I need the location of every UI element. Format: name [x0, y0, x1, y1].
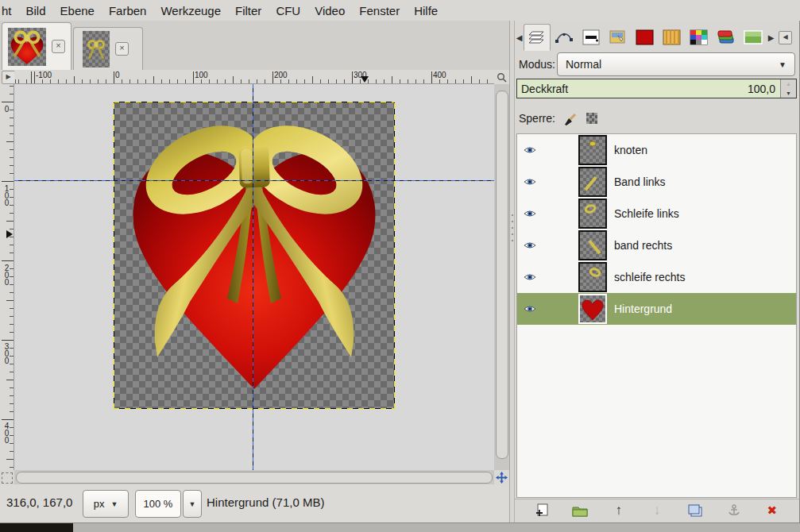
image-tab-bow[interactable]: ×: [73, 27, 143, 70]
image-tab-heart[interactable]: ×: [2, 22, 71, 70]
ruler-corner-button[interactable]: ▶: [2, 71, 15, 84]
spin-down-icon[interactable]: ▼: [786, 91, 791, 96]
visibility-toggle[interactable]: [517, 209, 543, 218]
unit-select[interactable]: px ▼: [83, 490, 129, 518]
gimp-window: ht Bild Ebene Farben Werkzeuge Filter CF…: [0, 0, 800, 532]
tab-layers[interactable]: [524, 24, 551, 51]
dock-splitter[interactable]: [509, 21, 515, 522]
tab-images[interactable]: [713, 25, 740, 49]
lock-pixels-toggle[interactable]: [564, 111, 578, 129]
tab-scroll-right-icon[interactable]: ▶: [767, 33, 775, 42]
layer-name[interactable]: Band links: [614, 175, 666, 188]
anchor-layer-button[interactable]: [721, 501, 748, 520]
hruler-label: -100: [36, 71, 52, 79]
dock-menu-button[interactable]: ◀: [779, 31, 792, 44]
canvas-viewport[interactable]: [14, 84, 494, 470]
tab-paths[interactable]: [551, 25, 578, 49]
tab-colors[interactable]: [632, 25, 659, 49]
layer-row-band-links[interactable]: Band links: [517, 166, 796, 198]
layer-name[interactable]: Hintergrund: [614, 303, 672, 315]
navigation-preview-button[interactable]: [494, 470, 509, 484]
menu-fenster[interactable]: Fenster: [352, 1, 407, 21]
layer-thumbnail: [578, 230, 607, 260]
tab-palettes[interactable]: [686, 25, 713, 49]
layer-row-schleife-rechts[interactable]: schleife rechts: [517, 261, 796, 293]
opacity-slider[interactable]: Deckkraft 100,0 ▲ ▼: [516, 79, 797, 98]
zoom-follow-window-button[interactable]: [494, 70, 509, 84]
new-layer-button[interactable]: [528, 501, 555, 520]
visibility-toggle[interactable]: [517, 304, 543, 314]
vertical-ruler[interactable]: 0 100 200 300 400: [0, 84, 14, 470]
visibility-toggle[interactable]: [517, 177, 543, 187]
menu-farben[interactable]: Farben: [102, 1, 154, 21]
tab-patterns[interactable]: [659, 25, 686, 49]
menu-video[interactable]: Video: [307, 1, 352, 21]
horizontal-guide[interactable]: [14, 180, 494, 181]
layer-name[interactable]: Schleife links: [614, 207, 679, 220]
close-tab-icon[interactable]: ×: [115, 42, 129, 56]
vertical-scrollbar[interactable]: [494, 84, 509, 470]
menu-ebene[interactable]: Ebene: [53, 1, 102, 21]
duplicate-layer-button[interactable]: [682, 501, 709, 520]
visibility-toggle[interactable]: [517, 272, 543, 282]
vertical-scrollbar-thumb[interactable]: [496, 91, 508, 459]
menu-bild[interactable]: Bild: [19, 1, 53, 21]
menu-cfu[interactable]: CFU: [269, 1, 307, 21]
delete-layer-button[interactable]: ✖: [759, 501, 786, 520]
lock-alpha-toggle[interactable]: [586, 113, 597, 124]
palette-icon: [690, 29, 709, 45]
layer-row-knoten[interactable]: knoten: [517, 134, 796, 166]
lower-layer-button[interactable]: ↓: [643, 501, 671, 520]
layer-name[interactable]: band rechts: [614, 239, 672, 252]
horizontal-ruler[interactable]: -100 0 100 200 300 400: [14, 70, 494, 84]
layer-name[interactable]: schleife rechts: [614, 271, 685, 283]
vertical-guide[interactable]: [253, 84, 253, 470]
new-layer-group-button[interactable]: [566, 501, 593, 520]
chevron-down-icon: ▼: [189, 500, 196, 508]
schleife-rechts-thumb-graphic: [580, 264, 605, 291]
new-layer-icon: [535, 503, 548, 518]
layer-thumbnail: [578, 167, 607, 197]
zoom-input[interactable]: 100 %: [135, 490, 181, 518]
horizontal-scrollbar-thumb[interactable]: [16, 472, 493, 484]
layer-row-hintergrund[interactable]: Hintergrund: [517, 293, 796, 325]
image-thumbnail-icon: [744, 30, 763, 44]
spin-up-icon[interactable]: ▲: [786, 81, 791, 87]
layer-name[interactable]: knoten: [614, 144, 647, 156]
knoten-thumb-graphic: [580, 137, 605, 164]
bow-thumb-graphic: [83, 31, 110, 67]
quick-mask-toggle[interactable]: [2, 472, 13, 484]
eye-icon: [524, 177, 536, 187]
menu-filter[interactable]: Filter: [228, 1, 269, 21]
horizontal-scrollbar[interactable]: [14, 470, 494, 484]
menu-ansicht-partial[interactable]: ht: [0, 1, 19, 21]
layer-list: knoten Band links Sc: [516, 133, 797, 498]
tab-undo-history[interactable]: [605, 25, 632, 49]
hintergrund-thumb-graphic: [580, 295, 605, 322]
layer-row-band-rechts[interactable]: band rechts: [517, 229, 796, 261]
canvas-image[interactable]: [114, 102, 395, 409]
zoom-value: 100 %: [144, 498, 173, 510]
vruler-label: 0: [2, 105, 11, 112]
eye-icon: [524, 209, 536, 218]
opacity-spinner[interactable]: ▲ ▼: [780, 79, 796, 98]
tab-image-thumbnail[interactable]: [740, 25, 767, 49]
hruler-label: 200: [274, 71, 288, 79]
zoom-dropdown-button[interactable]: ▼: [183, 490, 202, 518]
visibility-toggle[interactable]: [517, 145, 543, 155]
visibility-toggle[interactable]: [517, 241, 543, 250]
close-tab-icon[interactable]: ×: [52, 40, 65, 53]
raise-layer-button[interactable]: ↑: [605, 501, 632, 520]
layer-row-schleife-links[interactable]: Schleife links: [517, 198, 796, 229]
menu-bar: ht Bild Ebene Farben Werkzeuge Filter CF…: [0, 0, 800, 21]
background-window-strip: [0, 522, 800, 532]
pattern-icon: [663, 29, 682, 45]
menu-werkzeuge[interactable]: Werkzeuge: [153, 1, 228, 21]
menu-hilfe[interactable]: Hilfe: [407, 1, 445, 21]
tab-brushes[interactable]: [578, 25, 605, 49]
layer-thumbnail: [578, 262, 607, 292]
move-cross-icon: [496, 472, 508, 484]
tab-scroll-left-icon[interactable]: ◀: [515, 33, 524, 42]
pointer-position-marker-vertical: [6, 230, 13, 238]
mode-select[interactable]: Normal ▼: [557, 52, 795, 76]
